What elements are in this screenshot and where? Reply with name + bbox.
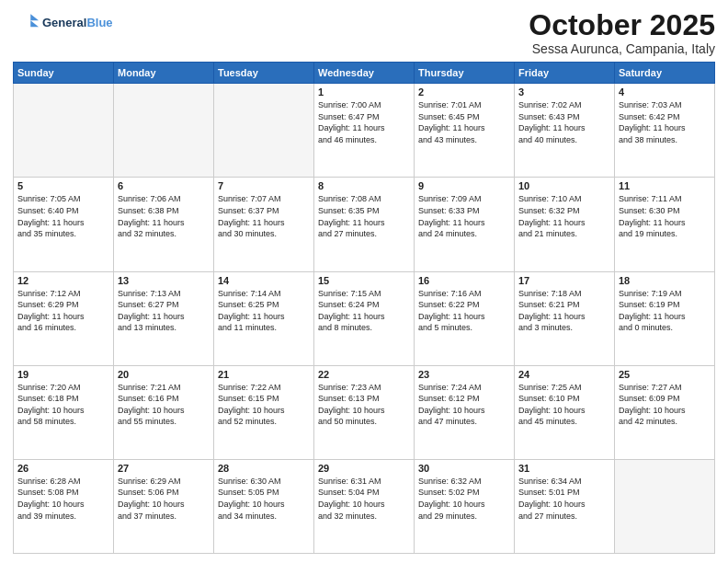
day-number: 22 (318, 369, 410, 380)
day-number: 7 (218, 180, 310, 191)
svg-marker-2 (30, 20, 39, 27)
day-number: 13 (118, 275, 210, 286)
calendar-cell (214, 84, 314, 178)
calendar-cell: 16Sunrise: 7:16 AM Sunset: 6:22 PM Dayli… (415, 271, 515, 365)
month-title: October 2025 (529, 9, 715, 41)
calendar-cell (615, 459, 715, 553)
calendar-cell: 20Sunrise: 7:21 AM Sunset: 6:16 PM Dayli… (114, 365, 214, 459)
day-info: Sunrise: 7:27 AM Sunset: 6:09 PM Dayligh… (619, 382, 711, 428)
calendar-cell: 5Sunrise: 7:05 AM Sunset: 6:40 PM Daylig… (14, 178, 114, 271)
day-info: Sunrise: 7:03 AM Sunset: 6:42 PM Dayligh… (619, 99, 711, 145)
day-info: Sunrise: 7:12 AM Sunset: 6:29 PM Dayligh… (17, 288, 109, 334)
header: GeneralBlue October 2025 Sessa Aurunca, … (13, 9, 715, 56)
logo: GeneralBlue (13, 9, 113, 35)
weekday-header-wednesday: Wednesday (314, 63, 415, 84)
calendar-cell: 29Sunrise: 6:31 AM Sunset: 5:04 PM Dayli… (314, 459, 415, 553)
day-number: 2 (418, 86, 510, 98)
day-number: 24 (518, 369, 610, 380)
calendar-cell: 7Sunrise: 7:07 AM Sunset: 6:37 PM Daylig… (214, 178, 314, 271)
weekday-header-saturday: Saturday (615, 63, 715, 84)
calendar-cell (14, 84, 114, 178)
calendar-cell: 25Sunrise: 7:27 AM Sunset: 6:09 PM Dayli… (615, 365, 715, 459)
day-info: Sunrise: 7:16 AM Sunset: 6:22 PM Dayligh… (418, 288, 510, 334)
calendar-cell: 6Sunrise: 7:06 AM Sunset: 6:38 PM Daylig… (114, 178, 214, 271)
day-info: Sunrise: 7:02 AM Sunset: 6:43 PM Dayligh… (518, 99, 610, 145)
day-info: Sunrise: 7:24 AM Sunset: 6:12 PM Dayligh… (418, 382, 510, 428)
day-number: 1 (318, 86, 410, 98)
day-number: 14 (218, 275, 310, 286)
day-info: Sunrise: 7:22 AM Sunset: 6:15 PM Dayligh… (218, 382, 310, 428)
day-number: 20 (118, 369, 210, 380)
day-info: Sunrise: 7:18 AM Sunset: 6:21 PM Dayligh… (518, 288, 610, 334)
logo-icon (13, 9, 39, 35)
day-info: Sunrise: 7:20 AM Sunset: 6:18 PM Dayligh… (17, 382, 109, 428)
day-info: Sunrise: 7:01 AM Sunset: 6:45 PM Dayligh… (418, 99, 510, 145)
calendar-cell: 17Sunrise: 7:18 AM Sunset: 6:21 PM Dayli… (515, 271, 615, 365)
calendar-cell: 12Sunrise: 7:12 AM Sunset: 6:29 PM Dayli… (14, 271, 114, 365)
day-info: Sunrise: 6:28 AM Sunset: 5:08 PM Dayligh… (17, 476, 109, 522)
day-info: Sunrise: 6:31 AM Sunset: 5:04 PM Dayligh… (318, 476, 410, 522)
day-info: Sunrise: 6:34 AM Sunset: 5:01 PM Dayligh… (518, 476, 610, 522)
svg-rect-0 (13, 9, 39, 35)
calendar-cell: 26Sunrise: 6:28 AM Sunset: 5:08 PM Dayli… (14, 459, 114, 553)
calendar-cell (114, 84, 214, 178)
day-number: 30 (418, 463, 510, 474)
day-info: Sunrise: 6:29 AM Sunset: 5:06 PM Dayligh… (118, 476, 210, 522)
weekday-header-friday: Friday (515, 63, 615, 84)
day-number: 18 (619, 275, 711, 286)
calendar-cell: 13Sunrise: 7:13 AM Sunset: 6:27 PM Dayli… (114, 271, 214, 365)
day-info: Sunrise: 7:23 AM Sunset: 6:13 PM Dayligh… (318, 382, 410, 428)
calendar-cell: 11Sunrise: 7:11 AM Sunset: 6:30 PM Dayli… (615, 178, 715, 271)
day-info: Sunrise: 7:08 AM Sunset: 6:35 PM Dayligh… (318, 193, 410, 239)
day-number: 27 (118, 463, 210, 474)
calendar-cell: 31Sunrise: 6:34 AM Sunset: 5:01 PM Dayli… (515, 459, 615, 553)
day-number: 31 (518, 463, 610, 474)
day-info: Sunrise: 7:19 AM Sunset: 6:19 PM Dayligh… (619, 288, 711, 334)
day-number: 17 (518, 275, 610, 286)
day-info: Sunrise: 7:10 AM Sunset: 6:32 PM Dayligh… (518, 193, 610, 239)
weekday-header-thursday: Thursday (415, 63, 515, 84)
calendar-cell: 15Sunrise: 7:15 AM Sunset: 6:24 PM Dayli… (314, 271, 415, 365)
calendar-cell: 1Sunrise: 7:00 AM Sunset: 6:47 PM Daylig… (314, 84, 415, 178)
day-number: 10 (518, 180, 610, 191)
calendar-cell: 22Sunrise: 7:23 AM Sunset: 6:13 PM Dayli… (314, 365, 415, 459)
calendar-week-3: 12Sunrise: 7:12 AM Sunset: 6:29 PM Dayli… (14, 271, 715, 365)
day-number: 4 (619, 86, 711, 98)
calendar-table: SundayMondayTuesdayWednesdayThursdayFrid… (13, 62, 715, 554)
day-info: Sunrise: 7:00 AM Sunset: 6:47 PM Dayligh… (318, 99, 410, 145)
day-info: Sunrise: 7:05 AM Sunset: 6:40 PM Dayligh… (17, 193, 109, 239)
calendar-cell: 14Sunrise: 7:14 AM Sunset: 6:25 PM Dayli… (214, 271, 314, 365)
day-info: Sunrise: 7:13 AM Sunset: 6:27 PM Dayligh… (118, 288, 210, 334)
day-number: 21 (218, 369, 310, 380)
day-number: 15 (318, 275, 410, 286)
title-block: October 2025 Sessa Aurunca, Campania, It… (529, 9, 715, 56)
day-number: 26 (17, 463, 109, 474)
day-number: 3 (518, 86, 610, 98)
calendar-cell: 10Sunrise: 7:10 AM Sunset: 6:32 PM Dayli… (515, 178, 615, 271)
day-info: Sunrise: 7:06 AM Sunset: 6:38 PM Dayligh… (118, 193, 210, 239)
day-number: 16 (418, 275, 510, 286)
logo-text: GeneralBlue (42, 16, 113, 29)
day-number: 9 (418, 180, 510, 191)
day-info: Sunrise: 7:14 AM Sunset: 6:25 PM Dayligh… (218, 288, 310, 334)
calendar-week-2: 5Sunrise: 7:05 AM Sunset: 6:40 PM Daylig… (14, 178, 715, 271)
day-info: Sunrise: 7:07 AM Sunset: 6:37 PM Dayligh… (218, 193, 310, 239)
day-number: 19 (17, 369, 109, 380)
calendar-week-5: 26Sunrise: 6:28 AM Sunset: 5:08 PM Dayli… (14, 459, 715, 553)
day-info: Sunrise: 7:11 AM Sunset: 6:30 PM Dayligh… (619, 193, 711, 239)
calendar-cell: 19Sunrise: 7:20 AM Sunset: 6:18 PM Dayli… (14, 365, 114, 459)
day-number: 11 (619, 180, 711, 191)
day-number: 23 (418, 369, 510, 380)
location: Sessa Aurunca, Campania, Italy (529, 41, 715, 56)
calendar-cell: 28Sunrise: 6:30 AM Sunset: 5:05 PM Dayli… (214, 459, 314, 553)
calendar-week-4: 19Sunrise: 7:20 AM Sunset: 6:18 PM Dayli… (14, 365, 715, 459)
calendar-cell: 9Sunrise: 7:09 AM Sunset: 6:33 PM Daylig… (415, 178, 515, 271)
day-number: 28 (218, 463, 310, 474)
calendar-cell: 4Sunrise: 7:03 AM Sunset: 6:42 PM Daylig… (615, 84, 715, 178)
day-number: 8 (318, 180, 410, 191)
svg-marker-1 (30, 14, 39, 20)
weekday-header-tuesday: Tuesday (214, 63, 314, 84)
calendar-week-1: 1Sunrise: 7:00 AM Sunset: 6:47 PM Daylig… (14, 84, 715, 178)
page: GeneralBlue October 2025 Sessa Aurunca, … (0, 0, 728, 563)
calendar-cell: 30Sunrise: 6:32 AM Sunset: 5:02 PM Dayli… (415, 459, 515, 553)
